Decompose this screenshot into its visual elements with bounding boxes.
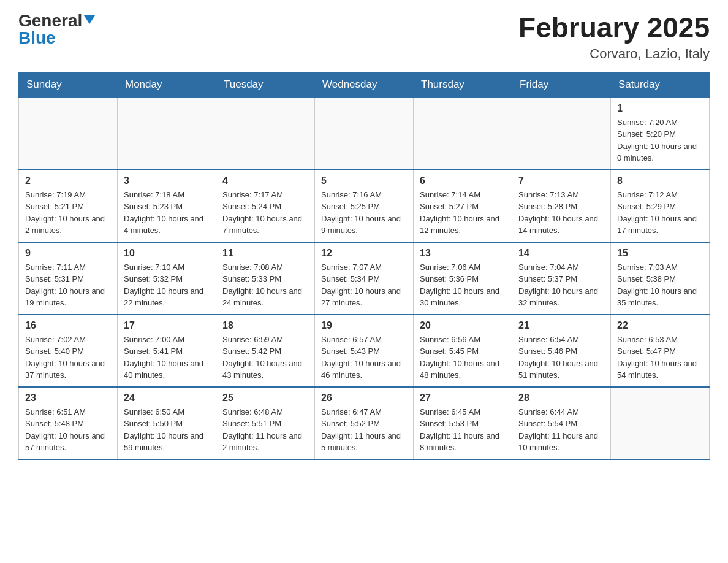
calendar-cell <box>512 98 611 170</box>
day-info: Sunrise: 7:07 AMSunset: 5:34 PMDaylight:… <box>321 261 407 309</box>
calendar-cell: 4Sunrise: 7:17 AMSunset: 5:24 PMDaylight… <box>216 170 315 242</box>
page-header: General Blue February 2025 Corvaro, Lazi… <box>18 12 710 62</box>
day-number: 17 <box>124 320 210 331</box>
day-info: Sunrise: 7:04 AMSunset: 5:37 PMDaylight:… <box>518 261 604 309</box>
calendar-cell: 8Sunrise: 7:12 AMSunset: 5:29 PMDaylight… <box>611 170 710 242</box>
calendar-cell: 27Sunrise: 6:45 AMSunset: 5:53 PMDayligh… <box>414 387 512 459</box>
day-number: 12 <box>321 248 407 259</box>
calendar-cell: 11Sunrise: 7:08 AMSunset: 5:33 PMDayligh… <box>216 242 315 315</box>
weekday-header-saturday: Saturday <box>611 72 710 98</box>
day-number: 19 <box>321 320 407 331</box>
logo-general-text: General <box>18 12 82 29</box>
day-number: 10 <box>124 248 210 259</box>
day-number: 1 <box>617 103 703 114</box>
day-number: 20 <box>420 320 506 331</box>
day-info: Sunrise: 7:16 AMSunset: 5:25 PMDaylight:… <box>321 189 407 237</box>
day-info: Sunrise: 6:50 AMSunset: 5:50 PMDaylight:… <box>124 406 210 454</box>
weekday-header-sunday: Sunday <box>19 72 118 98</box>
day-info: Sunrise: 6:44 AMSunset: 5:54 PMDaylight:… <box>518 406 604 454</box>
calendar-cell: 2Sunrise: 7:19 AMSunset: 5:21 PMDaylight… <box>19 170 118 242</box>
day-number: 14 <box>518 248 604 259</box>
day-number: 26 <box>321 393 407 404</box>
calendar-cell: 21Sunrise: 6:54 AMSunset: 5:46 PMDayligh… <box>512 315 611 387</box>
calendar-cell: 6Sunrise: 7:14 AMSunset: 5:27 PMDaylight… <box>414 170 512 242</box>
calendar-cell: 10Sunrise: 7:10 AMSunset: 5:32 PMDayligh… <box>118 242 216 315</box>
day-info: Sunrise: 7:00 AMSunset: 5:41 PMDaylight:… <box>124 334 210 381</box>
calendar-week-row: 1Sunrise: 7:20 AMSunset: 5:20 PMDaylight… <box>19 98 710 170</box>
day-info: Sunrise: 6:51 AMSunset: 5:48 PMDaylight:… <box>25 406 111 454</box>
day-info: Sunrise: 6:56 AMSunset: 5:45 PMDaylight:… <box>420 334 506 381</box>
calendar-cell: 1Sunrise: 7:20 AMSunset: 5:20 PMDaylight… <box>611 98 710 170</box>
day-info: Sunrise: 7:19 AMSunset: 5:21 PMDaylight:… <box>25 189 111 237</box>
calendar-cell: 18Sunrise: 6:59 AMSunset: 5:42 PMDayligh… <box>216 315 315 387</box>
calendar-cell <box>611 387 710 459</box>
day-number: 24 <box>124 393 210 404</box>
day-info: Sunrise: 6:57 AMSunset: 5:43 PMDaylight:… <box>321 334 407 381</box>
day-info: Sunrise: 7:18 AMSunset: 5:23 PMDaylight:… <box>124 189 210 237</box>
day-info: Sunrise: 6:47 AMSunset: 5:52 PMDaylight:… <box>321 406 407 454</box>
calendar-cell: 25Sunrise: 6:48 AMSunset: 5:51 PMDayligh… <box>216 387 315 459</box>
calendar-cell <box>315 98 414 170</box>
calendar-cell: 13Sunrise: 7:06 AMSunset: 5:36 PMDayligh… <box>414 242 512 315</box>
calendar-cell: 26Sunrise: 6:47 AMSunset: 5:52 PMDayligh… <box>315 387 414 459</box>
month-title: February 2025 <box>518 12 710 44</box>
weekday-header-friday: Friday <box>512 72 611 98</box>
calendar-cell: 15Sunrise: 7:03 AMSunset: 5:38 PMDayligh… <box>611 242 710 315</box>
calendar-cell: 12Sunrise: 7:07 AMSunset: 5:34 PMDayligh… <box>315 242 414 315</box>
calendar-cell: 5Sunrise: 7:16 AMSunset: 5:25 PMDaylight… <box>315 170 414 242</box>
day-info: Sunrise: 7:14 AMSunset: 5:27 PMDaylight:… <box>420 189 506 237</box>
logo-blue-text: Blue <box>18 29 56 47</box>
calendar-cell: 7Sunrise: 7:13 AMSunset: 5:28 PMDaylight… <box>512 170 611 242</box>
day-number: 7 <box>518 175 604 186</box>
day-info: Sunrise: 7:17 AMSunset: 5:24 PMDaylight:… <box>222 189 308 237</box>
logo-arrow-icon <box>84 15 95 24</box>
day-info: Sunrise: 7:08 AMSunset: 5:33 PMDaylight:… <box>222 261 308 309</box>
day-info: Sunrise: 7:12 AMSunset: 5:29 PMDaylight:… <box>617 189 703 237</box>
day-number: 23 <box>25 393 111 404</box>
calendar-week-row: 16Sunrise: 7:02 AMSunset: 5:40 PMDayligh… <box>19 315 710 387</box>
title-section: February 2025 Corvaro, Lazio, Italy <box>518 12 710 62</box>
day-number: 9 <box>25 248 111 259</box>
day-info: Sunrise: 6:48 AMSunset: 5:51 PMDaylight:… <box>222 406 308 454</box>
day-info: Sunrise: 7:11 AMSunset: 5:31 PMDaylight:… <box>25 261 111 309</box>
day-info: Sunrise: 7:02 AMSunset: 5:40 PMDaylight:… <box>25 334 111 381</box>
day-number: 28 <box>518 393 604 404</box>
day-info: Sunrise: 7:20 AMSunset: 5:20 PMDaylight:… <box>617 117 703 164</box>
calendar-week-row: 2Sunrise: 7:19 AMSunset: 5:21 PMDaylight… <box>19 170 710 242</box>
day-info: Sunrise: 6:45 AMSunset: 5:53 PMDaylight:… <box>420 406 506 454</box>
day-number: 16 <box>25 320 111 331</box>
day-number: 15 <box>617 248 703 259</box>
day-number: 2 <box>25 175 111 186</box>
weekday-header-wednesday: Wednesday <box>315 72 414 98</box>
calendar-header-row: SundayMondayTuesdayWednesdayThursdayFrid… <box>19 72 710 98</box>
day-info: Sunrise: 7:13 AMSunset: 5:28 PMDaylight:… <box>518 189 604 237</box>
calendar-cell <box>216 98 315 170</box>
day-number: 4 <box>222 175 308 186</box>
weekday-header-thursday: Thursday <box>414 72 512 98</box>
location-title: Corvaro, Lazio, Italy <box>518 46 710 62</box>
calendar-cell: 28Sunrise: 6:44 AMSunset: 5:54 PMDayligh… <box>512 387 611 459</box>
calendar-table: SundayMondayTuesdayWednesdayThursdayFrid… <box>18 72 710 460</box>
day-number: 8 <box>617 175 703 186</box>
calendar-week-row: 23Sunrise: 6:51 AMSunset: 5:48 PMDayligh… <box>19 387 710 459</box>
calendar-cell: 17Sunrise: 7:00 AMSunset: 5:41 PMDayligh… <box>118 315 216 387</box>
calendar-cell: 9Sunrise: 7:11 AMSunset: 5:31 PMDaylight… <box>19 242 118 315</box>
day-number: 13 <box>420 248 506 259</box>
logo: General Blue <box>18 12 95 47</box>
day-number: 6 <box>420 175 506 186</box>
calendar-cell: 14Sunrise: 7:04 AMSunset: 5:37 PMDayligh… <box>512 242 611 315</box>
day-info: Sunrise: 6:53 AMSunset: 5:47 PMDaylight:… <box>617 334 703 381</box>
day-number: 22 <box>617 320 703 331</box>
calendar-cell: 24Sunrise: 6:50 AMSunset: 5:50 PMDayligh… <box>118 387 216 459</box>
calendar-cell: 19Sunrise: 6:57 AMSunset: 5:43 PMDayligh… <box>315 315 414 387</box>
day-number: 18 <box>222 320 308 331</box>
calendar-cell: 20Sunrise: 6:56 AMSunset: 5:45 PMDayligh… <box>414 315 512 387</box>
day-number: 21 <box>518 320 604 331</box>
day-number: 25 <box>222 393 308 404</box>
day-info: Sunrise: 7:06 AMSunset: 5:36 PMDaylight:… <box>420 261 506 309</box>
weekday-header-tuesday: Tuesday <box>216 72 315 98</box>
calendar-cell <box>414 98 512 170</box>
calendar-cell <box>118 98 216 170</box>
calendar-cell: 22Sunrise: 6:53 AMSunset: 5:47 PMDayligh… <box>611 315 710 387</box>
day-info: Sunrise: 6:54 AMSunset: 5:46 PMDaylight:… <box>518 334 604 381</box>
